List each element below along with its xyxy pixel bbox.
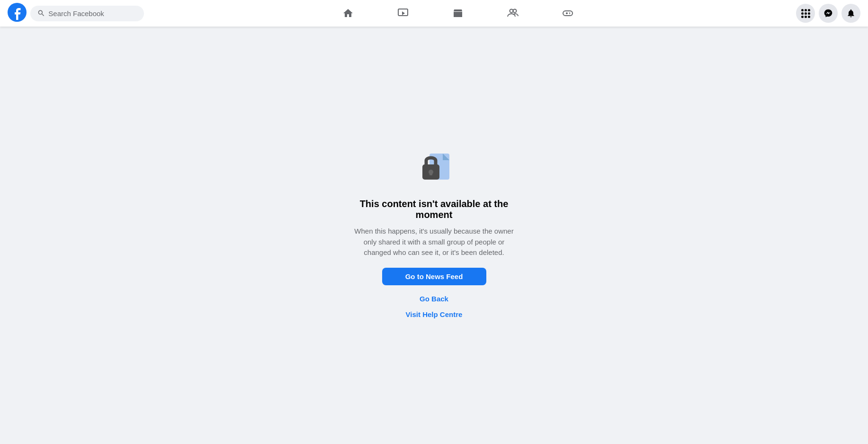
visit-help-centre-link[interactable]: Visit Help Centre <box>406 308 463 320</box>
nav-home-button[interactable] <box>322 2 375 25</box>
search-icon <box>38 9 45 17</box>
go-to-news-feed-button[interactable]: Go to News Feed <box>382 268 486 285</box>
navbar-center <box>169 2 747 25</box>
main-content: This content isn't available at the mome… <box>0 0 868 444</box>
search-bar[interactable] <box>30 6 144 21</box>
navbar <box>0 0 868 27</box>
search-input[interactable] <box>48 9 136 18</box>
svg-point-8 <box>569 12 570 13</box>
nav-groups-button[interactable] <box>486 2 539 25</box>
notifications-button[interactable] <box>841 4 860 23</box>
navbar-right <box>747 4 860 23</box>
navbar-left <box>8 3 169 24</box>
grid-dots-icon <box>801 9 810 18</box>
error-description: When this happens, it's usually because … <box>350 226 519 258</box>
error-title: This content isn't available at the mome… <box>350 199 519 220</box>
nav-gaming-button[interactable] <box>541 2 594 25</box>
gaming-icon <box>562 8 573 19</box>
error-card: This content isn't available at the mome… <box>335 131 534 339</box>
marketplace-icon <box>452 8 464 19</box>
groups-icon <box>507 8 519 19</box>
home-icon <box>342 8 354 19</box>
svg-point-4 <box>513 9 516 13</box>
facebook-logo[interactable] <box>8 3 27 24</box>
nav-watch-button[interactable] <box>376 2 430 25</box>
bell-icon <box>846 9 856 18</box>
messenger-icon <box>823 9 833 18</box>
nav-marketplace-button[interactable] <box>431 2 484 25</box>
apps-grid-button[interactable] <box>796 4 815 23</box>
svg-point-3 <box>510 9 513 13</box>
watch-icon <box>397 8 409 19</box>
svg-rect-14 <box>430 172 432 175</box>
lock-document-icon <box>413 146 456 189</box>
lock-illustration <box>413 146 456 189</box>
svg-marker-2 <box>402 11 405 15</box>
go-back-link[interactable]: Go Back <box>420 293 448 305</box>
svg-point-9 <box>569 13 570 14</box>
messenger-button[interactable] <box>819 4 838 23</box>
